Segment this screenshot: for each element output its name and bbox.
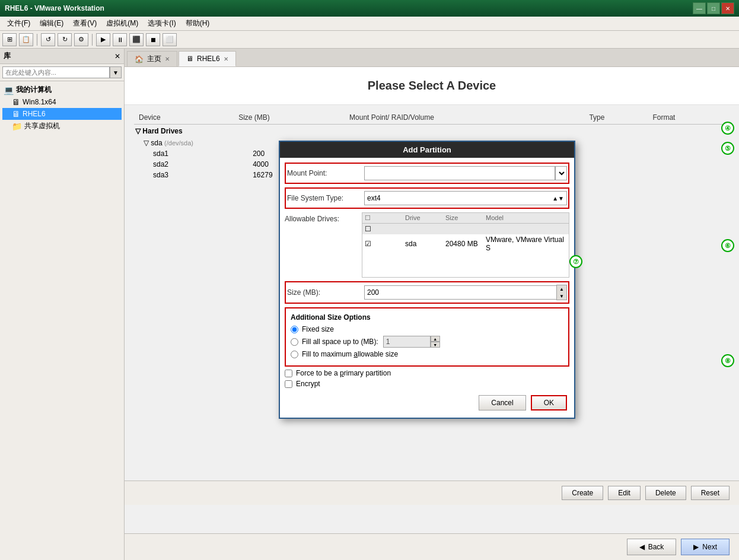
sidebar-tree: 💻 我的计算机 🖥 Win8.1x64 🖥 RHEL6 📁 共享虚拟机 <box>0 81 124 560</box>
file-system-type-spin-down[interactable]: ▼ <box>558 195 564 202</box>
maximize-button[interactable]: □ <box>707 2 720 14</box>
titlebar: RHEL6 - VMware Workstation — □ ✕ <box>0 0 739 17</box>
size-mb-input[interactable] <box>364 285 556 300</box>
size-mb-label: Size (MB): <box>287 288 364 297</box>
ok-button[interactable]: OK <box>531 395 567 411</box>
sidebar-item-rhel6[interactable]: 🖥 RHEL6 <box>2 108 122 120</box>
toolbar-btn-1[interactable]: ⊞ <box>2 33 17 46</box>
toolbar-btn-6[interactable]: ▶ <box>96 33 110 46</box>
sidebar-title: 库 <box>4 51 11 61</box>
minimize-button[interactable]: — <box>693 2 706 14</box>
vm-tab-icon: 🖥 <box>186 55 193 63</box>
toolbar-btn-3[interactable]: ↺ <box>41 33 55 46</box>
titlebar-controls: — □ ✕ <box>693 2 734 14</box>
add-partition-dialog: Add Partition Mount Point: ▼ <box>279 141 575 419</box>
sidebar-close-button[interactable]: ✕ <box>114 52 120 61</box>
menubar: 文件(F) 编辑(E) 查看(V) 虚拟机(M) 选项卡(I) 帮助(H) <box>0 17 739 31</box>
sidebar-header: 库 ✕ <box>0 49 124 64</box>
tab-home[interactable]: 🏠 主页 ✕ <box>127 51 177 66</box>
menu-view[interactable]: 查看(V) <box>68 17 101 30</box>
content-area: 🏠 主页 ✕ 🖥 RHEL6 ✕ Please Select A Device <box>125 49 739 560</box>
tab-rhel6[interactable]: 🖥 RHEL6 ✕ <box>179 51 236 66</box>
menu-tab[interactable]: 选项卡(I) <box>143 17 180 30</box>
annotation-6: ⑥ <box>721 239 734 252</box>
file-system-type-label: File System Type: <box>287 194 364 202</box>
fill-space-row: Fill all space up to (MB): ▲ ▼ <box>291 336 563 348</box>
toolbar-btn-2[interactable]: 📋 <box>19 33 33 46</box>
file-system-type-row: File System Type: ext4 ▲ ▼ <box>285 187 569 209</box>
partition-area: Device Size (MB) Mount Point/ RAID/Volum… <box>125 105 739 533</box>
force-primary-label: Force to be a primary partition <box>296 369 391 377</box>
allowable-drives-label: Allowable Drives: <box>285 212 362 223</box>
page-title: Please Select A Device <box>136 79 727 93</box>
menu-file[interactable]: 文件(F) <box>2 17 35 30</box>
close-button[interactable]: ✕ <box>721 2 734 14</box>
fill-space-label: Fill all space up to (MB): <box>302 338 378 346</box>
toolbar-separator-1 <box>37 34 37 46</box>
fixed-size-label: Fixed size <box>302 325 334 333</box>
menu-help[interactable]: 帮助(H) <box>181 17 215 30</box>
size-mb-spin-down[interactable]: ▼ <box>557 292 566 300</box>
size-mb-spinbox: ▲ ▼ <box>364 285 567 300</box>
col-model: Model <box>486 214 566 222</box>
drive-size: 20480 MB <box>445 240 486 248</box>
encrypt-checkbox[interactable] <box>285 380 292 388</box>
menu-vm[interactable]: 虚拟机(M) <box>101 17 143 30</box>
fixed-size-radio[interactable] <box>291 326 298 333</box>
toolbar-btn-4[interactable]: ↻ <box>58 33 72 46</box>
list-item[interactable]: ☑ sda 20480 MB VMware, VMware Virtual S <box>362 234 569 253</box>
menu-edit[interactable]: 编辑(E) <box>35 17 68 30</box>
toolbar-btn-8[interactable]: ⬛ <box>129 33 144 46</box>
force-primary-row: Force to be a primary partition <box>285 369 569 377</box>
mount-point-row: Mount Point: ▼ <box>285 163 569 184</box>
fill-space-radio[interactable] <box>291 338 298 346</box>
mount-point-dropdown[interactable]: ▼ <box>555 166 567 180</box>
page-header: Please Select A Device <box>125 67 739 105</box>
cancel-button[interactable]: Cancel <box>479 395 525 411</box>
mount-point-label: Mount Point: <box>287 169 364 177</box>
search-dropdown-button[interactable]: ▼ <box>110 66 122 78</box>
back-button[interactable]: ◀ Back <box>627 539 677 555</box>
toolbar-btn-7[interactable]: ⏸ <box>113 33 127 46</box>
additional-size-options: Additional Size Options Fixed size Fill … <box>285 307 569 367</box>
sidebar-item-shared-vms[interactable]: 📁 共享虚拟机 <box>2 120 122 132</box>
file-system-type-spin-up[interactable]: ▲ <box>552 195 558 202</box>
annotation-8: ⑧ <box>721 354 734 367</box>
mount-point-input[interactable] <box>364 166 555 180</box>
tab-close-home[interactable]: ✕ <box>165 56 170 62</box>
fill-spin-up[interactable]: ▲ <box>431 336 440 342</box>
additional-size-label: Additional Size Options <box>291 313 563 322</box>
annotation-4: ④ <box>721 122 734 135</box>
toolbar-btn-5[interactable]: ⚙ <box>74 33 88 46</box>
next-label: Next <box>702 543 717 551</box>
toolbar-btn-9[interactable]: ⏹ <box>146 33 160 46</box>
fill-max-radio[interactable] <box>291 351 298 358</box>
toolbar-btn-10[interactable]: ⬜ <box>163 33 177 46</box>
tab-label: 主页 <box>147 54 161 64</box>
dialog-body: Mount Point: ▼ File System Type: e <box>280 158 574 418</box>
sidebar-item-my-computer[interactable]: 💻 我的计算机 <box>2 84 122 96</box>
fill-space-input[interactable] <box>383 336 431 348</box>
sidebar-item-label: Win8.1x64 <box>23 98 56 106</box>
drives-header: ☐ Drive Size Model <box>362 213 569 224</box>
home-icon: 🏠 <box>135 55 144 63</box>
file-system-type-value: ext4 <box>367 194 552 202</box>
tab-close-rhel6[interactable]: ✕ <box>224 56 228 62</box>
list-item[interactable]: ☐ <box>362 224 569 234</box>
sidebar-item-win81x64[interactable]: 🖥 Win8.1x64 <box>2 96 122 108</box>
main-layout: 库 ✕ ▼ 💻 我的计算机 🖥 Win8.1x64 🖥 RHEL6 📁 共享虚拟… <box>0 49 739 560</box>
fill-max-label: Fill to maximum allowable size <box>302 350 398 358</box>
drive-name: sda <box>405 240 445 248</box>
annotation-5: ⑤ <box>721 142 734 155</box>
col-size: Size <box>445 214 486 222</box>
size-mb-spin-up[interactable]: ▲ <box>557 285 566 292</box>
search-input[interactable] <box>2 66 110 78</box>
back-arrow-icon: ◀ <box>639 543 645 551</box>
back-label: Back <box>648 543 664 551</box>
next-button[interactable]: ▶ Next <box>681 539 730 555</box>
sidebar-search: ▼ <box>0 64 124 81</box>
fill-spin-buttons: ▲ ▼ <box>431 336 440 348</box>
fill-spin-down[interactable]: ▼ <box>431 342 440 348</box>
force-primary-checkbox[interactable] <box>285 370 292 377</box>
tab-label: RHEL6 <box>197 55 220 63</box>
